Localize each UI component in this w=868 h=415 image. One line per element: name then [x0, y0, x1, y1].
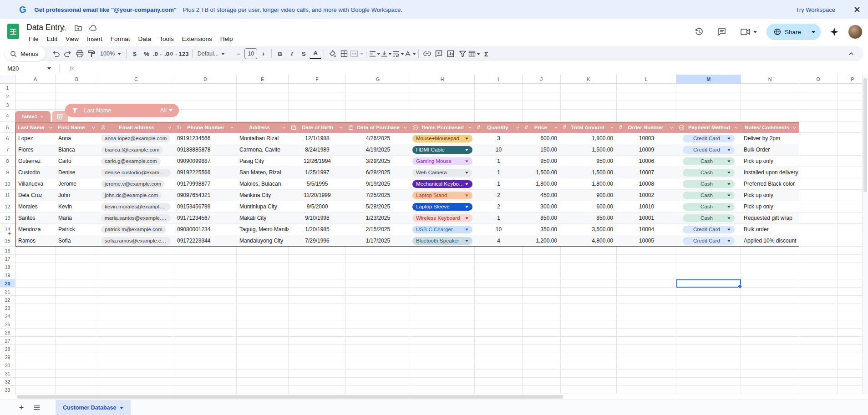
cell-B7[interactable]: Bianca — [56, 144, 98, 156]
cell-C29[interactable] — [98, 353, 174, 361]
payment-chip[interactable]: Cash — [683, 157, 735, 165]
cell-G23[interactable] — [346, 304, 410, 312]
cell-H3[interactable] — [410, 101, 475, 110]
cell-H16[interactable] — [410, 247, 475, 255]
cell-C28[interactable] — [98, 345, 174, 353]
cell-H21[interactable] — [410, 288, 475, 296]
select-all-corner[interactable] — [0, 75, 15, 84]
horizontal-scrollbar[interactable] — [0, 394, 868, 400]
cell-L10[interactable]: 10008 — [617, 178, 676, 190]
cell-H2[interactable] — [410, 92, 475, 101]
cell-O4[interactable] — [799, 110, 838, 122]
cell-I29[interactable] — [475, 353, 523, 361]
cell-J33[interactable] — [523, 386, 561, 394]
row-header-21[interactable]: 21 — [0, 288, 15, 296]
cell-J21[interactable] — [523, 288, 561, 296]
menu-help[interactable]: Help — [217, 35, 236, 43]
cell-I26[interactable] — [475, 329, 523, 337]
cell-L4[interactable] — [617, 110, 676, 122]
cell-K10[interactable]: 1,800.00 — [561, 178, 617, 190]
cell-D4[interactable] — [174, 110, 237, 122]
cell-B20[interactable] — [56, 279, 98, 288]
cell-E28[interactable] — [237, 345, 289, 353]
row-header-7[interactable]: 7 — [0, 144, 15, 156]
cell-D22[interactable] — [174, 296, 237, 304]
cell-E11[interactable]: Marikina City — [237, 190, 289, 201]
cell-A25[interactable] — [15, 320, 56, 329]
cell-I19[interactable] — [475, 271, 523, 279]
cell-B25[interactable] — [56, 320, 98, 329]
cell-E25[interactable] — [237, 320, 289, 329]
cell-C18[interactable] — [98, 263, 174, 271]
table-header-payment-method[interactable]: Payment Method — [676, 122, 741, 133]
share-button[interactable]: Share — [766, 24, 821, 40]
cell-B12[interactable]: Kevin — [56, 201, 98, 213]
row-header-27[interactable]: 27 — [0, 337, 15, 345]
column-header-H[interactable]: H — [410, 75, 475, 84]
cell-D13[interactable]: 09171234567 — [174, 213, 237, 224]
cell-I25[interactable] — [475, 320, 523, 329]
cell-O13[interactable] — [799, 213, 838, 224]
cell-F17[interactable] — [289, 255, 346, 263]
cell-A20[interactable] — [15, 279, 56, 288]
cell-I4[interactable] — [475, 110, 523, 122]
cell-A22[interactable] — [15, 296, 56, 304]
email-chip[interactable]: maria.santos@example.com — [101, 214, 171, 222]
cell-A9[interactable]: Custodio — [15, 167, 56, 178]
gemini-sparkle-icon[interactable] — [825, 23, 843, 41]
cell-H27[interactable] — [410, 337, 475, 345]
cell-I2[interactable] — [475, 92, 523, 101]
cell-H25[interactable] — [410, 320, 475, 329]
cell-N31[interactable] — [741, 369, 799, 378]
row-header-18[interactable]: 18 — [0, 263, 15, 271]
cell-A33[interactable] — [15, 386, 56, 394]
comments-icon[interactable] — [713, 23, 731, 41]
cell-C25[interactable] — [98, 320, 174, 329]
cell-L28[interactable] — [617, 345, 676, 353]
cell-D28[interactable] — [174, 345, 237, 353]
share-dropdown-icon[interactable] — [806, 31, 821, 33]
cell-H22[interactable] — [410, 296, 475, 304]
cell-M23[interactable] — [676, 304, 741, 312]
cell-O16[interactable] — [799, 247, 838, 255]
cell-C24[interactable] — [98, 312, 174, 320]
cell-I1[interactable] — [475, 84, 523, 92]
cell-M16[interactable] — [676, 247, 741, 255]
table-name-pill[interactable]: Table1 — [15, 111, 51, 122]
cell-B32[interactable] — [56, 378, 98, 386]
row-header-23[interactable]: 23 — [0, 304, 15, 312]
cell-H32[interactable] — [410, 378, 475, 386]
cell-C16[interactable] — [98, 247, 174, 255]
cell-B8[interactable]: Carlo — [56, 156, 98, 167]
cell-A3[interactable] — [15, 101, 56, 110]
cell-B13[interactable]: Maria — [56, 213, 98, 224]
cell-O20[interactable] — [799, 279, 838, 288]
row-header-17[interactable]: 17 — [0, 255, 15, 263]
payment-chip[interactable]: Cash — [683, 203, 735, 211]
cell-N22[interactable] — [741, 296, 799, 304]
cell-H24[interactable] — [410, 312, 475, 320]
cell-E13[interactable]: Makati City — [237, 213, 289, 224]
cell-O29[interactable] — [799, 353, 838, 361]
star-icon[interactable]: ☆ — [61, 25, 67, 33]
cell-M17[interactable] — [676, 255, 741, 263]
cell-G28[interactable] — [346, 345, 410, 353]
cell-H4[interactable] — [410, 110, 475, 122]
menu-tools[interactable]: Tools — [156, 35, 177, 43]
cell-J20[interactable] — [523, 279, 561, 288]
items-chip[interactable]: Gaming Mouse — [412, 157, 472, 165]
cell-D9[interactable]: 09192225566 — [174, 167, 237, 178]
filter-chip-last-name[interactable]: Last Name All — [65, 104, 179, 117]
cell-K17[interactable] — [561, 255, 617, 263]
email-chip[interactable]: jerome.v@example.com — [101, 180, 165, 188]
cell-K33[interactable] — [561, 386, 617, 394]
cell-O23[interactable] — [799, 304, 838, 312]
cell-J8[interactable]: 950.00 — [523, 156, 561, 167]
cell-F28[interactable] — [289, 345, 346, 353]
items-chip[interactable]: HDMI Cable — [412, 146, 472, 154]
cell-C26[interactable] — [98, 329, 174, 337]
cell-D17[interactable] — [174, 255, 237, 263]
payment-chip[interactable]: Cash — [683, 180, 735, 188]
cell-L24[interactable] — [617, 312, 676, 320]
email-chip[interactable]: bianca.f@example.com — [101, 146, 163, 154]
